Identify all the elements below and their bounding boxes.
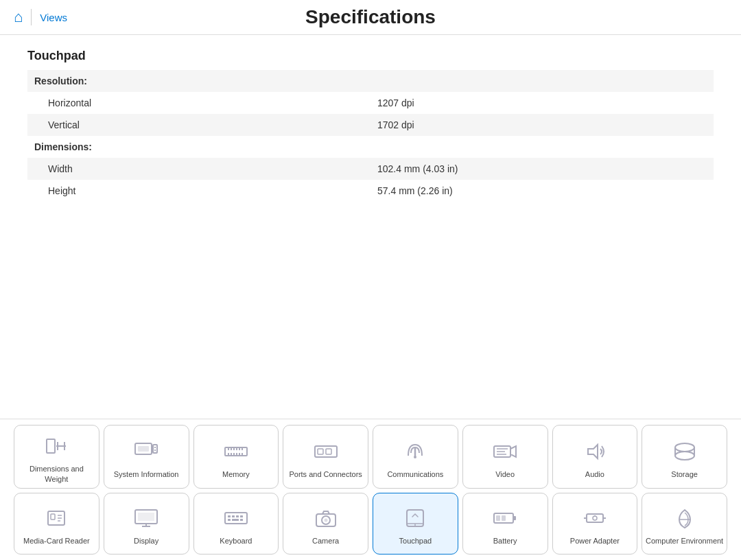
section-title: Touchpad xyxy=(27,49,714,63)
spec-sub-label: Vertical xyxy=(27,114,370,136)
spec-value: 1207 dpi xyxy=(370,92,714,114)
header-left: ⌂ Views xyxy=(14,8,67,26)
spec-sub-label: Width xyxy=(27,158,370,180)
spec-sub-label: Height xyxy=(27,180,370,202)
main-content: Touchpad Resolution:Horizontal1207 dpiVe… xyxy=(0,35,741,215)
spec-sub-label: Horizontal xyxy=(27,92,370,114)
header: ⌂ Views Specifications xyxy=(0,0,741,35)
spec-value: 1702 dpi xyxy=(370,114,714,136)
spec-group-label: Dimensions: xyxy=(27,136,714,158)
spec-group-label: Resolution: xyxy=(27,70,714,92)
page-title: Specifications xyxy=(305,6,436,28)
home-icon[interactable]: ⌂ xyxy=(14,8,23,26)
spec-table: Resolution:Horizontal1207 dpiVertical170… xyxy=(27,70,714,202)
views-link[interactable]: Views xyxy=(40,12,67,23)
spec-value: 102.4 mm (4.03 in) xyxy=(370,158,714,180)
header-divider xyxy=(31,9,32,25)
spec-value: 57.4 mm (2.26 in) xyxy=(370,180,714,202)
